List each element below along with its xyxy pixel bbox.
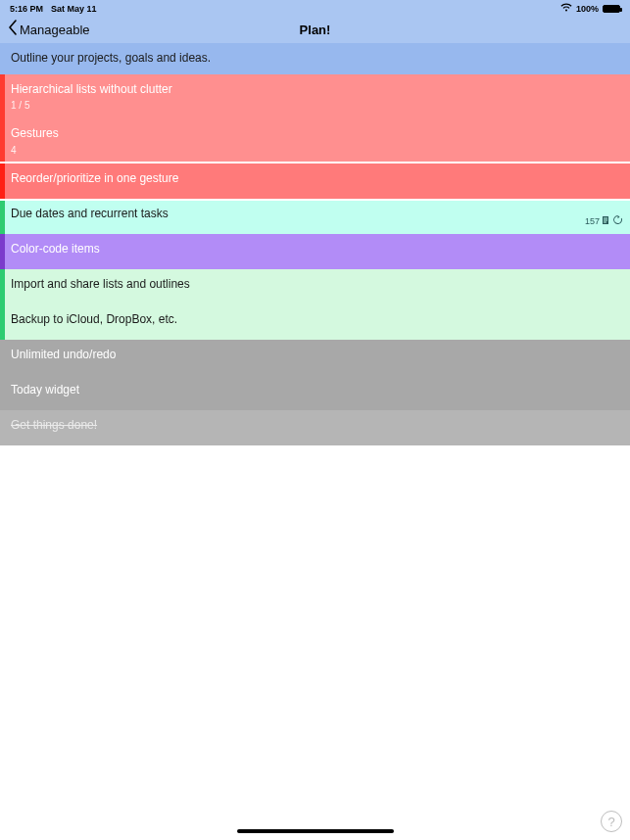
list-item[interactable]: Today widget	[0, 375, 630, 410]
list-item-title: Get things done!	[11, 418, 620, 434]
list-item-meta: 157	[585, 215, 622, 226]
list-item-title: Outline your projects, goals and ideas.	[11, 51, 620, 67]
svg-rect-3	[604, 221, 606, 222]
back-button[interactable]: Manageable	[8, 20, 90, 40]
svg-rect-1	[604, 217, 607, 218]
list-item-selected[interactable]: Reorder/prioritize in one gesture	[0, 163, 630, 199]
list-item-title: Backup to iCloud, DropBox, etc.	[11, 312, 620, 328]
battery-percent: 100%	[576, 4, 599, 14]
back-label: Manageable	[20, 23, 90, 37]
home-indicator[interactable]	[237, 829, 394, 833]
status-bar: 5:16 PM Sat May 11 100%	[0, 0, 630, 17]
list-item[interactable]: Outline your projects, goals and ideas.	[0, 43, 630, 74]
list-item-title: Reorder/prioritize in one gesture	[11, 171, 620, 187]
refresh-icon	[613, 215, 622, 226]
list-item[interactable]: Backup to iCloud, DropBox, etc.	[0, 304, 630, 340]
nav-bar: Manageable Plan!	[0, 17, 630, 43]
list-item-title: Color-code items	[11, 242, 620, 257]
page-title: Plan!	[300, 23, 331, 37]
list-item[interactable]: Import and share lists and outlines	[0, 269, 630, 304]
list-item[interactable]: Gestures 4	[0, 118, 630, 163]
list-item-title: Due dates and recurrent tasks	[11, 207, 620, 222]
list-item-title: Unlimited undo/redo	[11, 348, 620, 363]
list-item-title: Import and share lists and outlines	[11, 277, 620, 293]
list: Outline your projects, goals and ideas. …	[0, 43, 630, 445]
list-item[interactable]: Unlimited undo/redo	[0, 340, 630, 375]
help-button[interactable]: ?	[601, 811, 622, 832]
list-item-completed[interactable]: Get things done!	[0, 410, 630, 445]
svg-rect-2	[604, 219, 607, 220]
status-time: 5:16 PM	[10, 4, 43, 14]
list-item-title: Today widget	[11, 383, 620, 398]
list-item-subtitle: 4	[11, 145, 620, 156]
wifi-icon	[560, 3, 572, 14]
battery-icon	[603, 5, 620, 13]
list-item-subtitle: 1 / 5	[11, 100, 620, 111]
help-icon: ?	[607, 815, 614, 829]
chevron-left-icon	[8, 20, 18, 40]
list-item[interactable]: Color-code items	[0, 234, 630, 269]
list-item-title: Hierarchical lists without clutter	[11, 82, 620, 98]
list-item-title: Gestures	[11, 126, 620, 142]
note-icon	[603, 216, 610, 226]
list-item[interactable]: Due dates and recurrent tasks 157	[0, 199, 630, 234]
meta-count: 157	[585, 216, 600, 226]
status-date: Sat May 11	[51, 4, 97, 14]
list-item[interactable]: Hierarchical lists without clutter 1 / 5	[0, 74, 630, 119]
